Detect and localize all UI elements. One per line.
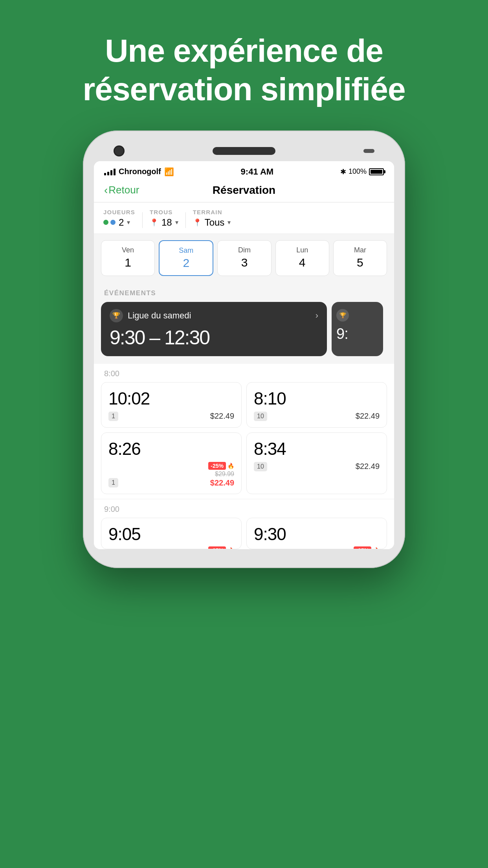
event-time-small: 9: — [336, 326, 378, 342]
slot-price-810: $22.49 — [356, 412, 380, 421]
date-item-mar[interactable]: Mar 5 — [333, 240, 387, 276]
fire-icon-930: 🔥 — [373, 547, 380, 549]
trous-dropdown-icon: ▾ — [175, 219, 178, 226]
day-num-ven: 1 — [105, 256, 151, 269]
status-left: Chronogolf 📶 — [104, 167, 174, 177]
nav-bar: ‹ Retour Réservation — [94, 180, 394, 202]
bluetooth-icon: ✱ — [340, 167, 346, 176]
slots-section-9: 9:00 9:05 -25% 🔥 9:30 — [94, 499, 394, 549]
event-name-main: Ligue du samedi — [128, 311, 311, 321]
phone-top-hardware — [94, 142, 394, 161]
nav-title: Réservation — [213, 184, 275, 197]
events-section: ÉVÉNEMENTS 🏆 Ligue du samedi › 9:30 – 12… — [94, 282, 394, 363]
slot-time-905: 9:05 — [108, 524, 234, 544]
signal-bars — [104, 168, 116, 175]
slot-price-834: $22.49 — [356, 462, 380, 471]
phone-frame: Chronogolf 📶 9:41 AM ✱ 100% ‹ Retou — [83, 131, 405, 568]
battery-percent: 100% — [349, 167, 367, 176]
hero-section: Une expérience de réservation simplifiée — [0, 0, 488, 109]
slot-time-1002: 10:02 — [108, 389, 234, 408]
trous-label: TROUS — [150, 209, 178, 215]
date-item-lun[interactable]: Lun 4 — [275, 240, 329, 276]
date-item-sam[interactable]: Sam 2 — [159, 240, 213, 276]
time-group-label-8: 8:00 — [94, 363, 394, 382]
slot-time-834: 8:34 — [254, 439, 380, 459]
slot-834[interactable]: 8:34 10 $22.49 — [246, 432, 387, 494]
joueurs-value: 2 — [119, 217, 124, 228]
phone-bottom-bar — [94, 549, 394, 557]
slot-905[interactable]: 9:05 -25% 🔥 — [101, 518, 242, 549]
battery-icon — [369, 168, 384, 175]
phone-earpiece — [213, 147, 275, 155]
back-chevron-icon: ‹ — [104, 184, 108, 197]
status-time: 9:41 AM — [241, 167, 274, 177]
event-arrow-icon: › — [316, 311, 318, 321]
slots-grid-8: 10:02 1 $22.49 8:10 10 $22.49 — [94, 382, 394, 499]
event-time-main: 9:30 – 12:30 — [110, 326, 318, 349]
events-label: ÉVÉNEMENTS — [94, 282, 394, 302]
day-num-mar: 5 — [337, 256, 383, 269]
original-price-826: $29.99 — [215, 471, 234, 478]
dot-blue — [110, 220, 116, 225]
slot-time-930: 9:30 — [254, 524, 380, 544]
time-group-label-9: 9:00 — [94, 499, 394, 518]
hero-title: Une expérience de réservation simplifiée — [31, 31, 457, 109]
slot-1002[interactable]: 10:02 1 $22.49 — [101, 382, 242, 428]
day-num-lun: 4 — [279, 256, 326, 269]
slot-spots-1002: 1 — [108, 412, 118, 421]
discount-badge-826: -25% — [208, 462, 226, 470]
status-bar: Chronogolf 📶 9:41 AM ✱ 100% — [94, 161, 394, 180]
fire-icon-826: 🔥 — [227, 463, 234, 469]
day-name-lun: Lun — [279, 246, 326, 254]
wifi-icon: 📶 — [164, 167, 174, 177]
slot-810[interactable]: 8:10 10 $22.49 — [246, 382, 387, 428]
trophy-icon-main: 🏆 — [110, 309, 123, 322]
filter-terrain[interactable]: TERRAIN 📍 Tous ▾ — [193, 209, 231, 228]
trophy-icon-small: 🏆 — [336, 309, 349, 322]
date-item-dim[interactable]: Dim 3 — [217, 240, 271, 276]
day-name-sam: Sam — [163, 246, 209, 255]
phone-camera — [114, 145, 125, 156]
day-name-dim: Dim — [221, 246, 268, 254]
terrain-value: Tous — [205, 217, 225, 228]
terrain-pin-icon: 📍 — [193, 218, 202, 227]
phone-wrapper: Chronogolf 📶 9:41 AM ✱ 100% ‹ Retou — [0, 109, 488, 568]
dot-green — [103, 220, 108, 225]
back-label: Retour — [108, 184, 139, 196]
fire-icon-905: 🔥 — [227, 547, 234, 549]
back-button[interactable]: ‹ Retour — [104, 184, 139, 197]
slot-time-826: 8:26 — [108, 439, 234, 459]
terrain-label: TERRAIN — [193, 209, 231, 215]
phone-sensor — [363, 149, 374, 153]
slot-price-826-badge: -25% 🔥 $29.99 $22.49 — [208, 462, 234, 487]
date-item-ven[interactable]: Ven 1 — [101, 240, 155, 276]
discount-badge-905: -25% — [208, 546, 226, 549]
slots-grid-9: 9:05 -25% 🔥 9:30 -25% — [94, 518, 394, 549]
discount-badge-930: -25% — [354, 546, 371, 549]
status-right: ✱ 100% — [340, 167, 384, 176]
carrier-name: Chronogolf — [119, 167, 161, 176]
slot-spots-834: 10 — [254, 462, 267, 471]
slot-826[interactable]: 8:26 1 -25% 🔥 $29.99 $22.49 — [101, 432, 242, 494]
filters-bar: JOUEURS 2 ▾ TROUS 📍 — [94, 202, 394, 234]
slot-time-810: 8:10 — [254, 389, 380, 408]
slot-price-1002: $22.49 — [210, 412, 234, 421]
day-name-mar: Mar — [337, 246, 383, 254]
slot-spots-810: 10 — [254, 412, 267, 421]
events-row: 🏆 Ligue du samedi › 9:30 – 12:30 🏆 9: — [94, 302, 394, 363]
joueurs-label: JOUEURS — [103, 209, 135, 215]
trous-pin-icon: 📍 — [150, 218, 158, 227]
slots-section-8: 8:00 10:02 1 $22.49 8:10 10 — [94, 363, 394, 499]
slot-spots-826: 1 — [108, 478, 118, 487]
terrain-dropdown-icon: ▾ — [227, 219, 231, 226]
event-card-main[interactable]: 🏆 Ligue du samedi › 9:30 – 12:30 — [101, 302, 327, 356]
event-card-small[interactable]: 🏆 9: — [332, 302, 383, 356]
day-num-sam: 2 — [163, 256, 209, 270]
slot-930[interactable]: 9:30 -25% 🔥 — [246, 518, 387, 549]
filter-joueurs[interactable]: JOUEURS 2 ▾ — [103, 209, 142, 228]
day-num-dim: 3 — [221, 256, 268, 269]
joueurs-dropdown-icon: ▾ — [127, 219, 130, 226]
sale-price-826: $22.49 — [210, 478, 234, 487]
trous-value: 18 — [161, 217, 172, 228]
filter-trous[interactable]: TROUS 📍 18 ▾ — [150, 209, 185, 228]
